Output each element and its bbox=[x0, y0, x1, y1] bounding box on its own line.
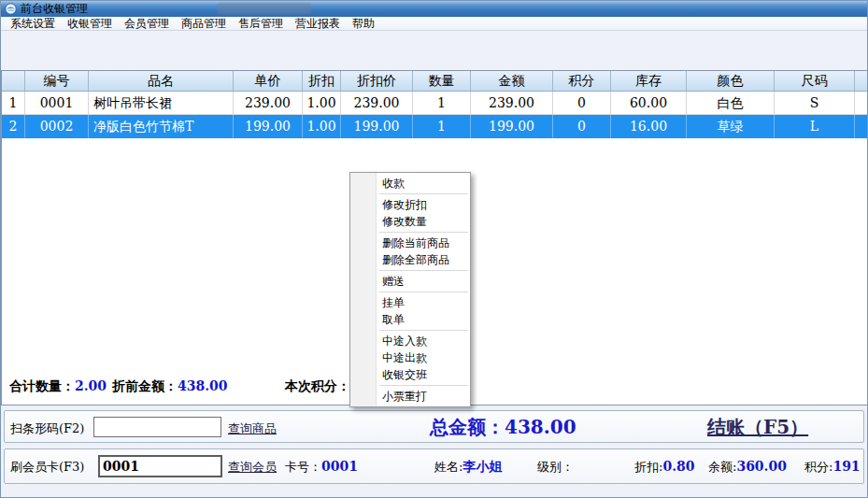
context-menu: 收款 修改折扣 修改数量 删除当前商品 删除全部商品 赠送 挂单 取单 中途入款… bbox=[349, 172, 471, 407]
member-name: 姓名:李小姐 bbox=[434, 459, 502, 476]
total-qty: 合计数量：2.00 bbox=[9, 378, 107, 395]
cell-points: 0 bbox=[553, 92, 611, 115]
ctx-item-modify-discount[interactable]: 修改折扣 bbox=[350, 196, 470, 213]
col-points: 积分 bbox=[553, 71, 611, 91]
barcode-bar: 扫条形码(F2) 查询商品 总金额：438.00 结账（F5） bbox=[4, 410, 864, 443]
cell-code: 0001 bbox=[25, 92, 89, 115]
app-window: 前台收银管理 系统设置 收银管理 会员管理 商品管理 售后管理 营业报表 帮助 … bbox=[0, 0, 868, 498]
menu-item-product-mgmt[interactable]: 商品管理 bbox=[177, 17, 231, 30]
member-card-input[interactable] bbox=[98, 455, 222, 477]
table-row[interactable]: 1 0001 树叶吊带长裙 239.00 1.00 239.00 1 239.0… bbox=[2, 92, 868, 115]
cell-name: 净版白色竹节棉T bbox=[89, 115, 234, 138]
ctx-item-gift[interactable]: 赠送 bbox=[350, 273, 470, 290]
grand-total: 总金额：438.00 bbox=[430, 415, 576, 440]
member-bar: 刷会员卡(F3) 查询会员 卡号：0001 姓名:李小姐 级别： 折扣:0.80… bbox=[4, 448, 864, 484]
menu-separator bbox=[379, 292, 468, 292]
member-points: 积分:191 bbox=[804, 459, 861, 476]
ctx-item-shift-change[interactable]: 收银交班 bbox=[350, 366, 470, 383]
menu-item-member-mgmt[interactable]: 会员管理 bbox=[120, 17, 174, 30]
cell-discount: 1.00 bbox=[303, 92, 341, 115]
cell-rownum: 1 bbox=[2, 92, 25, 115]
cell-name: 树叶吊带长裙 bbox=[89, 92, 234, 115]
cell-disc-price: 239.00 bbox=[341, 92, 413, 115]
pre-discount-amount: 折前金额：438.00 bbox=[112, 378, 228, 395]
menu-separator bbox=[379, 330, 468, 331]
card-number: 卡号：0001 bbox=[285, 459, 358, 476]
menu-item-system-settings[interactable]: 系统设置 bbox=[6, 17, 60, 30]
barcode-label: 扫条形码(F2) bbox=[10, 420, 84, 437]
query-product-link[interactable]: 查询商品 bbox=[228, 420, 277, 437]
col-price: 单价 bbox=[234, 71, 303, 91]
query-member-link[interactable]: 查询会员 bbox=[228, 459, 277, 476]
title-bar: 前台收银管理 bbox=[1, 1, 867, 17]
cell-size: S bbox=[775, 92, 855, 115]
cell-amount: 199.00 bbox=[471, 115, 553, 138]
cell-code: 0002 bbox=[25, 115, 89, 138]
cell-price: 239.00 bbox=[234, 92, 303, 115]
grid-header: 编号 品名 单价 折扣 折扣价 数量 金额 积分 库存 颜色 尺码 bbox=[2, 71, 868, 92]
col-stock: 库存 bbox=[611, 71, 687, 91]
col-code: 编号 bbox=[25, 71, 89, 91]
menu-separator bbox=[379, 385, 468, 386]
barcode-input[interactable] bbox=[93, 417, 221, 437]
menu-item-cashier-mgmt[interactable]: 收银管理 bbox=[63, 17, 117, 30]
ctx-item-hold-order[interactable]: 挂单 bbox=[350, 294, 470, 311]
menu-item-business-reports[interactable]: 营业报表 bbox=[291, 17, 345, 30]
cell-points: 0 bbox=[553, 115, 611, 138]
checkout-button[interactable]: 结账（F5） bbox=[707, 415, 808, 440]
cell-qty: 1 bbox=[413, 115, 471, 138]
session-points: 本次积分：0 bbox=[285, 378, 360, 395]
cell-stock: 60.00 bbox=[611, 92, 687, 115]
cell-rownum: 2 bbox=[2, 115, 25, 138]
menu-separator bbox=[379, 193, 468, 194]
cell-size: L bbox=[775, 115, 855, 138]
col-filler bbox=[855, 71, 868, 91]
col-name: 品名 bbox=[89, 71, 234, 91]
cell-qty: 1 bbox=[413, 92, 471, 115]
ctx-item-delete-current-item[interactable]: 删除当前商品 bbox=[350, 235, 470, 251]
col-disc-price: 折扣价 bbox=[341, 71, 413, 91]
cell-color: 草绿 bbox=[687, 115, 775, 138]
member-discount: 折扣:0.80 bbox=[634, 459, 695, 476]
ctx-item-collect-payment[interactable]: 收款 bbox=[350, 175, 470, 192]
ctx-item-cash-in[interactable]: 中途入款 bbox=[350, 333, 470, 349]
cell-stock: 16.00 bbox=[611, 115, 687, 138]
col-discount: 折扣 bbox=[303, 71, 341, 91]
ctx-item-reprint-receipt[interactable]: 小票重打 bbox=[350, 388, 470, 405]
table-row-selected[interactable]: 2 0002 净版白色竹节棉T 199.00 1.00 199.00 1 199… bbox=[2, 115, 868, 138]
member-level: 级别： bbox=[537, 459, 574, 476]
menu-separator bbox=[379, 232, 468, 233]
cell-discount: 1.00 bbox=[303, 115, 341, 138]
cell-disc-price: 199.00 bbox=[341, 115, 413, 138]
col-rownum bbox=[2, 71, 25, 91]
member-balance: 余额:360.00 bbox=[708, 459, 787, 476]
menu-item-aftersales-mgmt[interactable]: 售后管理 bbox=[234, 17, 288, 30]
col-qty: 数量 bbox=[413, 71, 471, 91]
member-card-label: 刷会员卡(F3) bbox=[10, 459, 84, 476]
ctx-item-cash-out[interactable]: 中途出款 bbox=[350, 349, 470, 366]
col-color: 颜色 bbox=[687, 71, 775, 91]
col-size: 尺码 bbox=[775, 71, 855, 91]
ctx-item-delete-all-items[interactable]: 删除全部商品 bbox=[350, 251, 470, 268]
menu-bar: 系统设置 收银管理 会员管理 商品管理 售后管理 营业报表 帮助 bbox=[1, 17, 867, 31]
window-title: 前台收银管理 bbox=[21, 1, 88, 17]
cell-amount: 239.00 bbox=[471, 92, 553, 115]
cell-color: 白色 bbox=[687, 92, 775, 115]
titlebar-redaction bbox=[218, 3, 311, 14]
ctx-item-modify-quantity[interactable]: 修改数量 bbox=[350, 213, 470, 230]
app-icon bbox=[5, 3, 17, 15]
filter-row: 仓库： 丰宁仓库 ▼ 营业员： ▼ bbox=[1, 31, 867, 70]
col-amount: 金额 bbox=[471, 71, 553, 91]
cell-price: 199.00 bbox=[234, 115, 303, 138]
menu-item-help[interactable]: 帮助 bbox=[348, 17, 379, 30]
ctx-item-retrieve-order[interactable]: 取单 bbox=[350, 311, 470, 328]
menu-separator bbox=[379, 270, 468, 271]
